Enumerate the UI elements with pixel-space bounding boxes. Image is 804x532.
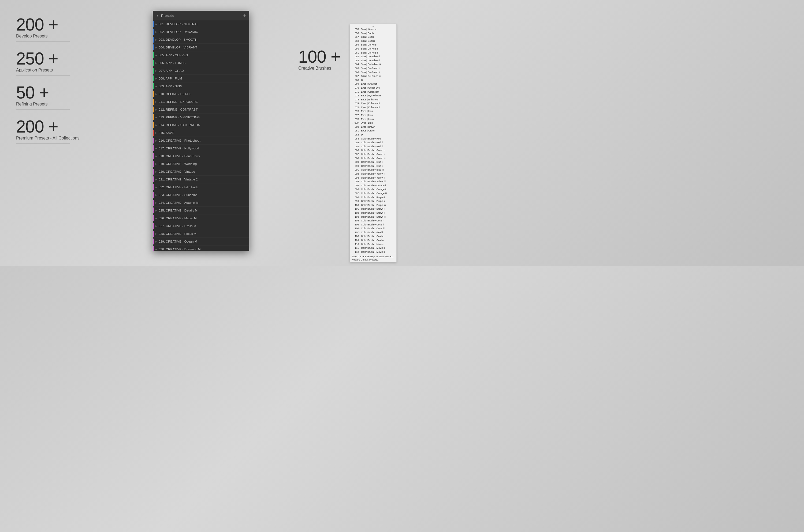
preset-item[interactable]: ▶021. CREATIVE - Vintage 2: [153, 176, 249, 184]
brush-item[interactable]: 110 - Color Brush + Movie i: [350, 242, 396, 246]
preset-expand-arrow[interactable]: ▶: [156, 225, 157, 227]
brushes-scroll-up[interactable]: ▲: [350, 24, 396, 27]
preset-expand-arrow[interactable]: ▶: [156, 202, 157, 204]
brush-item[interactable]: 111 - Color Brush + Movie ii: [350, 246, 396, 250]
preset-expand-arrow[interactable]: ▶: [156, 248, 157, 251]
preset-expand-arrow[interactable]: ▶: [156, 31, 157, 33]
preset-expand-arrow[interactable]: ▶: [156, 39, 157, 41]
add-preset-button[interactable]: +: [243, 13, 246, 18]
presets-list[interactable]: ▶001. DEVELOP - NEUTRAL▶002. DEVELOP - D…: [153, 20, 249, 251]
brush-item[interactable]: 072 - Eyes | Eye Whiten: [350, 94, 396, 98]
brush-item[interactable]: 107 - Color Brush + Gold i: [350, 230, 396, 234]
brush-item[interactable]: 077 - Eyes | Iris ii: [350, 113, 396, 117]
preset-expand-arrow[interactable]: ▶: [156, 178, 157, 181]
preset-item[interactable]: ▶002. DEVELOP - DYNAMIC: [153, 28, 249, 36]
brush-item[interactable]: 058 - Skin | Cool iii: [350, 39, 396, 43]
preset-item[interactable]: ▶006. APP - TONES: [153, 59, 249, 67]
preset-item[interactable]: ▶013. REFINE - VIGNETTING: [153, 114, 249, 121]
brush-item[interactable]: 093 - Color Brush + Yellow ii: [350, 176, 396, 180]
brush-item[interactable]: 112 - Color Brush + Movie iii: [350, 250, 396, 254]
preset-expand-arrow[interactable]: ▶: [156, 155, 157, 157]
preset-item[interactable]: ▶005. APP - CURVES: [153, 52, 249, 59]
preset-item[interactable]: ▶010. REFINE - DETAIL: [153, 90, 249, 98]
brush-item[interactable]: 070 - Eyes | Under Eye: [350, 86, 396, 90]
preset-expand-arrow[interactable]: ▶: [156, 132, 157, 134]
preset-item[interactable]: ▶007. APP - GRAD: [153, 67, 249, 75]
preset-item[interactable]: ▶003. DEVELOP - SMOOTH: [153, 36, 249, 44]
brush-item[interactable]: 089 - Color Brush + Blue i: [350, 160, 396, 164]
preset-item[interactable]: ▶014. REFINE - SATURATION: [153, 121, 249, 129]
brush-item[interactable]: 094 - Color Brush + Yellow iii: [350, 180, 396, 184]
preset-expand-arrow[interactable]: ▶: [156, 77, 157, 80]
preset-expand-arrow[interactable]: ▶: [156, 171, 157, 173]
brush-item[interactable]: 057 - Skin | Cool ii: [350, 35, 396, 39]
preset-expand-arrow[interactable]: ▶: [156, 233, 157, 235]
brush-item[interactable]: 104 - Color Brush + Coral i: [350, 219, 396, 223]
brush-item[interactable]: 090 - Color Brush + Blue ii: [350, 164, 396, 168]
preset-expand-arrow[interactable]: ▶: [156, 139, 157, 142]
brush-item[interactable]: 088 - Color Brush + Green iii: [350, 156, 396, 160]
preset-item[interactable]: ▶028. CREATIVE - Focus M: [153, 230, 249, 238]
brush-item[interactable]: 061 - Skin | De-Red iii: [350, 51, 396, 55]
brush-item[interactable]: 060 - Skin | De-Red ii: [350, 47, 396, 51]
brush-item[interactable]: 109 - Color Brush + Gold iii: [350, 238, 396, 242]
preset-item[interactable]: ▶026. CREATIVE - Macro M: [153, 214, 249, 222]
preset-item[interactable]: ▶019. CREATIVE - Wedding: [153, 160, 249, 168]
brush-item[interactable]: 078 - Eyes | Iris iii: [350, 117, 396, 121]
brush-item[interactable]: 074 - Eyes | Enhance ii: [350, 101, 396, 106]
preset-item[interactable]: ▶008. APP - FILM: [153, 75, 249, 82]
preset-expand-arrow[interactable]: ▶: [156, 101, 157, 103]
preset-expand-arrow[interactable]: ▶: [156, 93, 157, 95]
brushes-footer-restore-preset[interactable]: Restore Default Presets...: [352, 258, 395, 261]
preset-expand-arrow[interactable]: ▶: [156, 62, 157, 64]
preset-expand-arrow[interactable]: ▶: [156, 70, 157, 72]
preset-expand-arrow[interactable]: ▶: [156, 241, 157, 243]
preset-expand-arrow[interactable]: ▶: [156, 85, 157, 88]
preset-item[interactable]: ▶016. CREATIVE - Photoshoot: [153, 137, 249, 145]
brush-item[interactable]: 079 - Eyes | Blue: [350, 121, 396, 125]
brush-item[interactable]: 087 - Color Brush + Green ii: [350, 152, 396, 156]
brush-item[interactable]: 106 - Color Brush + Coral iii: [350, 227, 396, 230]
brush-item[interactable]: 081 - Eyes | Green: [350, 129, 396, 133]
brush-item[interactable]: 082 - D: [350, 133, 396, 137]
brush-item[interactable]: 066 - Skin | De-Green ii: [350, 71, 396, 74]
brush-item[interactable]: 059 - Skin | De-Red i: [350, 43, 396, 47]
preset-item[interactable]: ▶023. CREATIVE - Sunshine: [153, 191, 249, 199]
brush-item[interactable]: 105 - Color Brush + Coral ii: [350, 223, 396, 227]
panel-collapse-arrow[interactable]: ▼: [156, 14, 159, 17]
preset-expand-arrow[interactable]: ▶: [156, 194, 157, 196]
brush-item[interactable]: 071 - Eyes | Catchlight: [350, 90, 396, 94]
brush-item[interactable]: 085 - Color Brush + Red iii: [350, 145, 396, 149]
brush-item[interactable]: 097 - Color Brush + Orange iii: [350, 191, 396, 195]
preset-expand-arrow[interactable]: ▶: [156, 209, 157, 212]
preset-expand-arrow[interactable]: ▶: [156, 23, 157, 25]
brush-item[interactable]: 073 - Eyes | Enhance i: [350, 98, 396, 102]
preset-item[interactable]: ▶020. CREATIVE - Vintage: [153, 168, 249, 176]
preset-item[interactable]: ▶030. CREATIVE - Dramatic M: [153, 246, 249, 251]
brush-item[interactable]: 098 - Color Brush + Purple i: [350, 195, 396, 200]
brush-item[interactable]: 064 - Skin | De-Yellow iii: [350, 62, 396, 66]
brush-item[interactable]: 084 - Color Brush + Red ii: [350, 140, 396, 145]
preset-item[interactable]: ▶018. CREATIVE - Paris Paris: [153, 152, 249, 160]
preset-expand-arrow[interactable]: ▶: [156, 109, 157, 111]
preset-expand-arrow[interactable]: ▶: [156, 124, 157, 126]
brush-item[interactable]: 065 - Skin | De-Green i: [350, 66, 396, 71]
preset-expand-arrow[interactable]: ▶: [156, 186, 157, 189]
preset-expand-arrow[interactable]: ▶: [156, 54, 157, 57]
brush-item[interactable]: 055 - Skin | Warm iii: [350, 27, 396, 31]
preset-item[interactable]: ▶024. CREATIVE - Autumn M: [153, 199, 249, 207]
brush-item[interactable]: 103 - Color Brush + Brown iii: [350, 215, 396, 219]
preset-item[interactable]: ▶029. CREATIVE - Ocean M: [153, 238, 249, 246]
preset-item[interactable]: ▶009. APP - SKIN: [153, 82, 249, 90]
preset-item[interactable]: ▶022. CREATIVE - Film Fade: [153, 184, 249, 191]
brush-item[interactable]: 091 - Color Brush + Blue iii: [350, 168, 396, 172]
brushes-footer-save-preset[interactable]: Save Current Settings as New Preset...: [352, 255, 395, 258]
brush-item[interactable]: 076 - Eyes | Iris i: [350, 109, 396, 113]
preset-item[interactable]: ▶011. REFINE - EXPOSURE: [153, 98, 249, 106]
brush-item[interactable]: 086 - Color Brush + Green i: [350, 148, 396, 152]
brush-item[interactable]: 096 - Color Brush + Orange ii: [350, 187, 396, 191]
preset-expand-arrow[interactable]: ▶: [156, 116, 157, 119]
preset-item[interactable]: ▶025. CREATIVE - Details M: [153, 207, 249, 214]
brush-item[interactable]: 101 - Color Brush + Brown i: [350, 207, 396, 211]
brush-item[interactable]: 069 - Eyes | Sharpen: [350, 82, 396, 86]
